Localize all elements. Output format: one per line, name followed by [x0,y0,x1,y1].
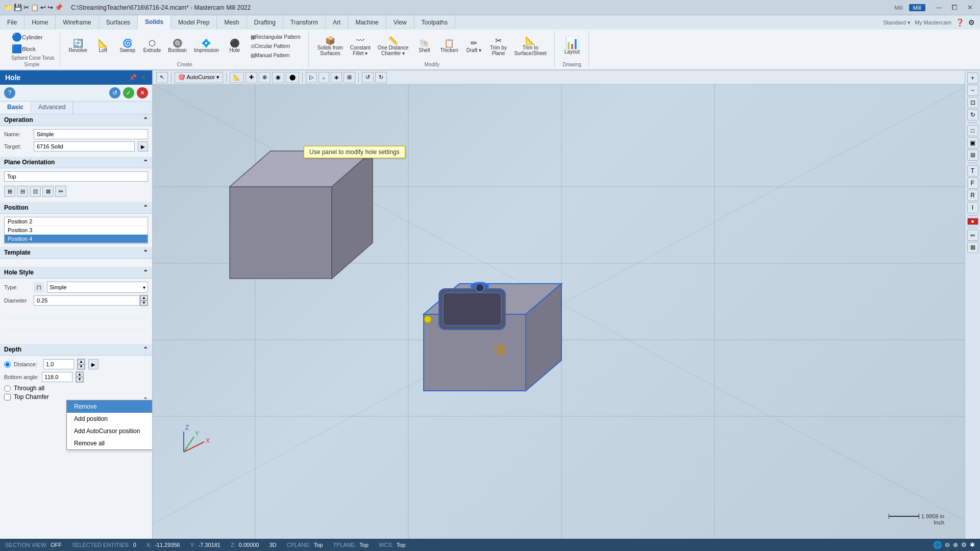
cancel-button[interactable]: ✕ [137,87,148,98]
tab-toolpaths[interactable]: Toolpaths [414,15,455,30]
tab-art[interactable]: Art [326,15,348,30]
template-collapse[interactable]: ⌃ [143,249,148,256]
status-extra-icon[interactable]: ✱ [970,541,975,548]
target-browse-button[interactable]: ▶ [138,141,148,152]
rt-btn-view1[interactable]: □ [967,125,978,136]
vt-btn-6[interactable]: ⬤ [286,72,299,83]
tab-mesh[interactable]: Mesh [217,15,247,30]
standard-profile[interactable]: Standard ▾ [883,19,911,26]
plane-orientation-header[interactable]: Plane Orientation ⌃ [0,157,152,168]
rt-btn-view3[interactable]: ⊞ [967,149,978,161]
plane-input[interactable] [4,171,148,182]
layout-button[interactable]: 📊 Layout [561,36,583,56]
save-icon[interactable]: 💾 [14,4,22,11]
extrude-button[interactable]: ⬡ Extrude [141,38,163,55]
plane-btn-2[interactable]: ⊟ [17,186,28,197]
vt-btn-11[interactable]: ↺ [362,72,374,83]
help-icon[interactable]: ❓ [955,18,964,27]
selected-solid-object[interactable] [424,282,561,391]
diameter-down[interactable]: ▼ [140,300,148,306]
trim-to-surface-button[interactable]: 📐 Trim toSurface/Sheet [511,35,549,58]
cylinder-button[interactable]: 🔵 Cylinder [9,32,55,43]
plane-btn-3[interactable]: ⊡ [30,186,41,197]
position-2-item[interactable]: Position 2 [5,217,148,226]
vt-btn-4[interactable]: ⊕ [259,72,271,83]
manual-pattern-button[interactable]: ▤ Manual Pattern [248,51,303,60]
top-chamfer-collapse[interactable]: ⌄ [143,393,148,400]
plane-btn-5[interactable]: ✏ [55,186,66,197]
rt-btn-extra1[interactable]: ═ [967,230,978,241]
win-restore[interactable]: ⧠ [948,3,961,12]
diameter-up[interactable]: ▲ [140,295,148,300]
tab-machine[interactable]: Machine [348,15,386,30]
through-all-radio[interactable] [4,385,11,392]
solids-from-surfaces-button[interactable]: 📦 Solids fromSurfaces [315,35,346,58]
title-icons[interactable]: 📁 💾 ✂ 📋 ↩ ↪ 📌 [4,4,63,11]
tab-view[interactable]: View [386,15,414,30]
revolve-button[interactable]: 🔄 Revolve [66,38,90,55]
shell-button[interactable]: 🐚 Shell [413,38,435,55]
position-header[interactable]: Position ⌃ [0,202,152,214]
rt-btn-right[interactable]: R [967,190,978,201]
position-3-item[interactable]: Position 3 [5,226,148,235]
target-input[interactable] [34,141,135,152]
hole-button[interactable]: ⚫ Hole [224,38,246,55]
win-minimize[interactable]: — [933,3,945,12]
operation-collapse[interactable]: ⌃ [143,116,148,123]
ctx-add-position[interactable]: Add position [67,413,152,425]
depth-header[interactable]: Depth ⌃ [0,344,152,356]
plane-btn-1[interactable]: ⊞ [4,186,15,197]
panel-close[interactable]: ✕ [140,73,147,82]
bottom-angle-spinner[interactable]: ▲ ▼ [76,371,84,383]
panel-controls[interactable]: 📌 ✕ [128,73,147,82]
tab-drafting[interactable]: Drafting [247,15,283,30]
status-zoom-out-icon[interactable]: ⊖ [945,541,950,548]
file-icon[interactable]: 📁 [4,4,12,11]
constant-fillet-button[interactable]: 〰 ConstantFillet ▾ [348,35,373,58]
sphere-label[interactable]: Sphere [11,55,28,61]
title-right[interactable]: Mill Mill — ⧠ ✕ [894,3,976,12]
boolean-button[interactable]: 🔘 Boolean [165,38,189,55]
vt-btn-8[interactable]: ⬦ [318,72,329,83]
position-list[interactable]: Position 2 Position 3 Position 4 [4,217,148,244]
vt-btn-5[interactable]: ◉ [272,72,284,83]
torus-label[interactable]: Torus [42,55,54,61]
rt-btn-extra2[interactable]: ⊠ [967,242,978,253]
hole-style-header[interactable]: Hole Style ⌃ [0,267,152,279]
undo-icon[interactable]: ↩ [40,4,46,11]
win-close[interactable]: ✕ [964,3,976,12]
depth-collapse[interactable]: ⌃ [143,346,148,353]
thicken-button[interactable]: 📋 Thicken [437,38,460,55]
ctx-add-autocursor[interactable]: Add AutoCursor position [67,425,152,437]
distance-spinner[interactable]: ▲ ▼ [77,359,85,370]
rt-btn-rotate[interactable]: ↻ [967,109,978,120]
rt-btn-iso[interactable]: I [967,202,978,213]
back-button[interactable]: ↺ [109,87,120,98]
position-collapse[interactable]: ⌃ [143,204,148,211]
settings-icon[interactable]: ⚙ [968,18,975,27]
circ-pattern-button[interactable]: ⊙ Circular Pattern [248,42,303,51]
status-settings-icon[interactable]: ⚙ [961,541,967,548]
trim-by-plane-button[interactable]: ✂ Trim byPlane [487,35,509,58]
one-distance-chamfer-button[interactable]: 📏 One DistanceChamfer ▾ [375,35,411,58]
tab-transform[interactable]: Transform [283,15,326,30]
tab-surfaces[interactable]: Surfaces [99,15,138,30]
block-button[interactable]: 🟦 Block [9,43,55,55]
viewport[interactable]: Use panel to modify hole settings ↖ 🎯 Au… [153,70,965,543]
my-mastercam[interactable]: My Mastercam [915,19,951,26]
type-select[interactable]: Simple ▾ [47,282,148,293]
bottom-angle-input[interactable] [42,372,72,382]
status-globe-icon[interactable]: 🌐 [933,541,942,549]
tab-modelprep[interactable]: Model Prep [171,15,217,30]
rt-btn-red[interactable]: ■ [967,218,978,225]
rt-btn-top[interactable]: T [967,165,978,177]
rt-btn-2[interactable]: − [967,85,978,96]
panel-pin[interactable]: 📌 [128,73,138,82]
rect-pattern-button[interactable]: ▦ Rectangular Pattern [248,33,303,41]
draft-button[interactable]: ✏ Draft ▾ [462,38,485,55]
rt-btn-front[interactable]: F [967,178,978,189]
position-4-item[interactable]: Position 4 [5,235,148,243]
template-header[interactable]: Template ⌃ [0,247,152,259]
vt-btn-3[interactable]: ✚ [246,72,257,83]
top-chamfer-check[interactable] [4,394,11,400]
